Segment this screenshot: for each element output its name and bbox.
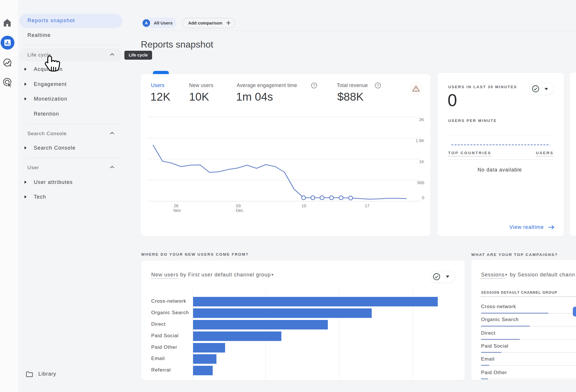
svg-text:Dec: Dec xyxy=(236,208,243,213)
svg-text:1K: 1K xyxy=(419,159,424,164)
svg-text:0: 0 xyxy=(422,195,424,200)
svg-text:Nov: Nov xyxy=(173,208,181,213)
svg-text:500: 500 xyxy=(417,180,424,185)
svg-text:26: 26 xyxy=(174,203,178,208)
svg-text:03: 03 xyxy=(236,203,241,208)
svg-text:10: 10 xyxy=(302,203,306,208)
svg-text:1.5K: 1.5K xyxy=(416,138,424,143)
svg-text:17: 17 xyxy=(365,203,369,208)
svg-text:2K: 2K xyxy=(419,117,424,122)
